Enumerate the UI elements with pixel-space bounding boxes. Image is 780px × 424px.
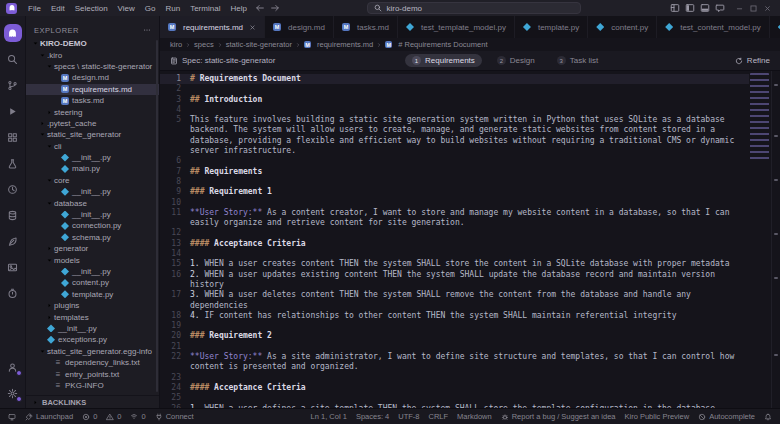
tree-item-specs-static-site-generator[interactable]: specs \ static-site-generator [26,61,159,72]
tree-item-generator[interactable]: generator [26,243,159,254]
menu-go[interactable]: Go [140,3,161,14]
tree-item-static-site-generator[interactable]: static_site_generator [26,129,159,140]
status-cursor-position[interactable]: Ln 1, Col 1 [311,412,347,421]
menu-run[interactable]: Run [160,3,185,14]
chat-icon[interactable] [712,2,727,15]
status-connect[interactable]: Connect [155,412,194,421]
code-content[interactable]: 1# Requirements Document23## Introductio… [160,71,749,408]
tree-item-connection-py[interactable]: connection.py [26,220,159,231]
status-report-bug[interactable]: Report a bug / Suggest an idea [501,412,616,421]
close-icon[interactable] [760,2,774,15]
menu-edit[interactable]: Edit [46,3,70,14]
breadcrumb-segment[interactable]: specs [194,40,214,49]
forward-icon[interactable] [270,3,280,13]
activity-source-control[interactable] [0,72,26,98]
activity-screenshots[interactable] [0,254,26,280]
tab-test-content-model-py[interactable]: test_content_model.py [657,16,770,38]
tab-design-md[interactable]: Mdesign.md [265,16,334,38]
spec-step-task-list[interactable]: 3Task list [550,54,605,67]
tab-test-template-model-py[interactable]: test_template_model.py [398,16,515,38]
tree-item--init-py[interactable]: __init__.py [26,266,159,277]
tree-item-models[interactable]: models [26,254,159,265]
backlinks-section[interactable]: BACKLINKS [26,395,159,408]
spec-step-design[interactable]: 2Design [490,54,542,67]
tree-item-content-py[interactable]: content.py [26,277,159,288]
tree-item--pytest-cache[interactable]: .pytest_cache [26,118,159,129]
tree-item-dependency-links-txt[interactable]: ≡dependency_links.txt [26,357,159,368]
tab-test-[interactable]: test_ [770,16,780,38]
breadcrumb-symbol[interactable]: # Requirements Document [398,40,487,49]
activity-extensions[interactable] [0,124,26,150]
activity-feather[interactable] [0,228,26,254]
tree-item--init-py[interactable]: __init__.py [26,323,159,334]
tree-item-main-py[interactable]: main.py [26,163,159,174]
activity-testing[interactable] [0,150,26,176]
activity-account[interactable] [0,354,26,380]
activity-search[interactable] [0,46,26,72]
breadcrumb-segment[interactable]: static-site-generator [226,40,292,49]
activity-run-debug[interactable] [0,98,26,124]
panel-bottom-icon[interactable] [697,2,712,15]
tree-item-static-site-generator-egg-info[interactable]: static_site_generator.egg-info [26,346,159,357]
menu-file[interactable]: File [23,3,46,14]
spec-step-requirements[interactable]: 1Requirements [405,54,482,67]
activity-timeline[interactable] [0,176,26,202]
status-kiro-preview[interactable]: Kiro Public Preview [625,412,690,421]
editor[interactable]: 1# Requirements Document23## Introductio… [160,71,780,408]
maximize-icon[interactable] [746,2,760,15]
tree-item--init-py[interactable]: __init__.py [26,186,159,197]
minimap[interactable] [749,71,771,408]
status-autocomplete[interactable]: Autocomplete [698,412,755,421]
tree-item--init-py[interactable]: __init__.py [26,209,159,220]
refine-button[interactable]: Refine [735,56,770,65]
tab-tasks-md[interactable]: Mtasks.md [334,16,398,38]
status-language-mode[interactable]: Markdown [457,412,492,421]
tree-item-cli[interactable]: cli [26,141,159,152]
tree-item-entry-points-txt[interactable]: ≡entry_points.txt [26,368,159,379]
tab-requirements-md[interactable]: Mrequirements.md [160,16,265,38]
tree-item--kiro[interactable]: .kiro [26,49,159,60]
status-indentation[interactable]: Spaces: 4 [356,412,389,421]
status-warnings[interactable]: 0 [106,412,121,421]
breadcrumb-segment[interactable]: kiro [170,40,182,49]
menu-help[interactable]: Help [225,3,251,14]
tree-item-core[interactable]: core [26,175,159,186]
minimize-icon[interactable] [732,2,746,15]
breadcrumb-file[interactable]: requirements.md [317,40,373,49]
activity-kiro[interactable] [0,20,26,46]
tree-item-kiro-demo[interactable]: KIRO-DEMO [26,38,159,49]
activity-database[interactable] [0,202,26,228]
tree-item-plugins[interactable]: plugins [26,300,159,311]
tree-item-schema-py[interactable]: schema.py [26,232,159,243]
close-icon[interactable] [249,24,256,31]
breadcrumb[interactable]: kirospecsstatic-site-generatorMrequireme… [160,38,780,51]
tree-item-pkg-info[interactable]: ≡PKG-INFO [26,380,159,391]
menu-terminal[interactable]: Terminal [185,3,225,14]
activity-settings[interactable] [0,380,26,406]
tree-item-design-md[interactable]: Mdesign.md [26,72,159,83]
status-encoding[interactable]: UTF-8 [398,412,419,421]
activity-timer[interactable] [0,280,26,306]
tree-item-database[interactable]: database [26,197,159,208]
status-eol[interactable]: CRLF [428,412,448,421]
tree-item-requirements-md[interactable]: Mrequirements.md [26,84,159,95]
status-launchpad[interactable]: Launchpad [25,412,73,421]
more-actions-icon[interactable] [143,26,151,34]
tree-item-tasks-md[interactable]: Mtasks.md [26,95,159,106]
tree-item-template-py[interactable]: template.py [26,289,159,300]
status-notifications[interactable] [764,413,772,421]
menu-view[interactable]: View [113,3,140,14]
tree-item-exceptions-py[interactable]: exceptions.py [26,334,159,345]
tab-template-py[interactable]: template.py [515,16,588,38]
tree-item-templates[interactable]: templates [26,311,159,322]
kiro-logo-icon[interactable] [6,3,17,14]
tab-content-py[interactable]: content.py [588,16,657,38]
status-errors[interactable]: 0 [82,412,97,421]
tree-item--init-py[interactable]: __init__.py [26,152,159,163]
back-icon[interactable] [255,3,265,13]
sidebar-scrollbar[interactable] [156,40,158,392]
tree-item-steering[interactable]: steering [26,106,159,117]
status-ports[interactable]: 0 [130,412,145,421]
command-center-search[interactable]: kiro-demo [367,2,581,14]
status-remote-window[interactable] [8,413,16,421]
